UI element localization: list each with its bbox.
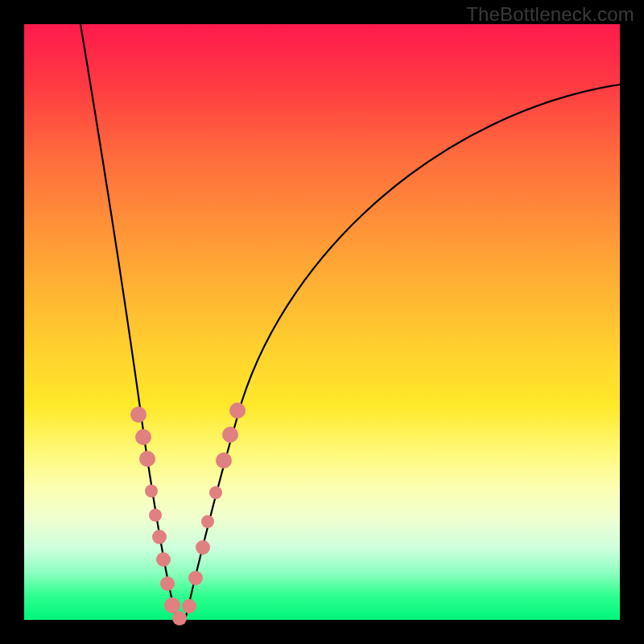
marker — [196, 540, 210, 555]
marker — [145, 485, 158, 497]
marker — [130, 407, 147, 423]
marker — [172, 611, 187, 625]
chart-svg — [24, 24, 620, 620]
marker — [160, 576, 175, 591]
marker — [139, 451, 155, 467]
marker — [222, 427, 238, 443]
marker — [229, 402, 246, 419]
marker — [216, 452, 232, 469]
marker — [149, 509, 162, 522]
marker — [182, 599, 196, 613]
marker — [164, 597, 180, 613]
chart-frame: TheBottleneck.com — [0, 0, 644, 644]
marker — [201, 515, 214, 528]
marker — [209, 486, 222, 499]
marker — [188, 571, 203, 585]
marker — [156, 552, 171, 567]
marker — [152, 530, 167, 544]
curve-right — [185, 85, 620, 620]
watermark-text: TheBottleneck.com — [466, 3, 634, 26]
plot-area — [24, 24, 620, 620]
marker-group — [130, 402, 246, 625]
marker — [135, 429, 151, 445]
